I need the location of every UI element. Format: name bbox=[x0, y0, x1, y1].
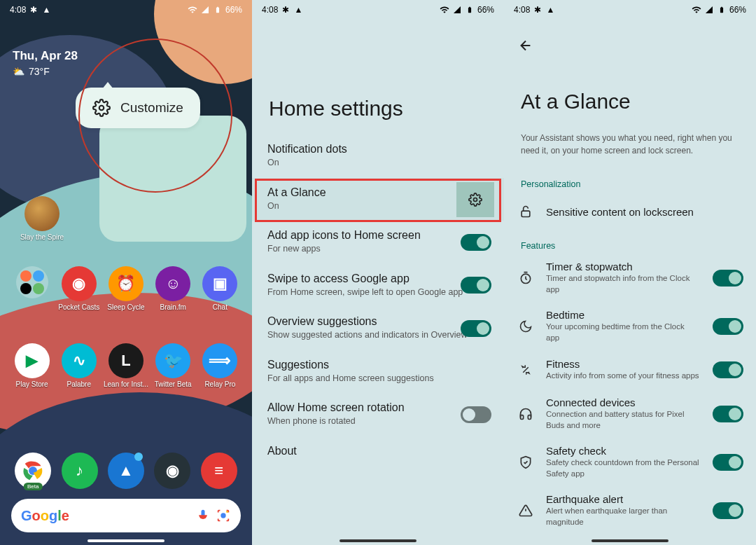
dock: Beta♪▲◉≡ bbox=[0, 453, 252, 489]
app-label: Chat bbox=[213, 303, 227, 311]
toggle[interactable] bbox=[713, 502, 743, 519]
signal-icon bbox=[200, 5, 210, 15]
dock-app-camera[interactable]: ◉ bbox=[154, 453, 190, 489]
back-button[interactable] bbox=[514, 34, 538, 57]
glance-date: Thu, Apr 28 bbox=[13, 49, 78, 63]
google-logo: Google bbox=[21, 508, 69, 524]
customize-popup-zone: Customize bbox=[78, 39, 232, 193]
app-icon: ⟹ bbox=[202, 343, 237, 378]
setting-overview-suggestions[interactable]: Overview suggestionsShow suggested actio… bbox=[252, 307, 504, 350]
toggle[interactable] bbox=[461, 406, 491, 423]
glance-weather: ⛅ 73°F bbox=[13, 66, 78, 77]
notification-icon: ▲ bbox=[41, 5, 51, 15]
app-chat[interactable]: ▣Chat bbox=[199, 266, 241, 311]
lens-icon[interactable] bbox=[216, 508, 231, 523]
signal-icon bbox=[452, 5, 462, 15]
feature-timer-stopwatch[interactable]: Timer & stopwatchTimer and stopwatch inf… bbox=[504, 254, 756, 302]
svg-point-4 bbox=[226, 511, 228, 513]
widget-card bbox=[99, 116, 246, 242]
feature-sub: Safety check countdown from the Personal… bbox=[546, 457, 739, 479]
feature-title: Safety check bbox=[546, 445, 739, 457]
app-icon: L bbox=[108, 343, 144, 378]
setting-suggestions[interactable]: SuggestionsFor all apps and Home screen … bbox=[252, 350, 504, 394]
feature-earthquake-alert[interactable]: Earthquake alertAlert when earthquake la… bbox=[504, 486, 756, 534]
signal-icon bbox=[704, 5, 714, 15]
status-time: 4:08 bbox=[10, 5, 26, 15]
page-title: Home settings bbox=[252, 20, 504, 134]
toggle[interactable] bbox=[461, 277, 491, 294]
feature-bedtime[interactable]: BedtimeYour upcoming bedtime from the Cl… bbox=[504, 302, 756, 350]
feature-title: Bedtime bbox=[546, 309, 739, 321]
nav-bar[interactable] bbox=[592, 539, 668, 542]
dock-app-todoist[interactable]: ≡ bbox=[201, 453, 237, 489]
setting-allow-home-screen-rotation[interactable]: Allow Home screen rotationWhen phone is … bbox=[252, 393, 504, 436]
app-palabre[interactable]: ∿Palabre bbox=[58, 343, 100, 388]
setting-sub: When phone is rotated bbox=[267, 415, 489, 428]
mic-icon[interactable] bbox=[196, 509, 210, 523]
app-brain-fm[interactable]: ☺Brain.fm bbox=[152, 266, 194, 311]
annotation-rectangle bbox=[255, 179, 501, 222]
status-bar: 4:08 ✱ ▲ 66% bbox=[504, 0, 756, 20]
shield-icon bbox=[518, 455, 533, 470]
sensitive-content-item[interactable]: Sensitive content on lockscreen bbox=[504, 192, 756, 231]
app-label: Play Store bbox=[16, 380, 48, 388]
page-title: At a Glance bbox=[504, 20, 756, 127]
nav-bar[interactable] bbox=[340, 539, 416, 542]
toggle[interactable] bbox=[713, 361, 743, 378]
battery-icon bbox=[465, 5, 475, 15]
toggle[interactable] bbox=[461, 320, 491, 337]
gear-icon bbox=[92, 99, 111, 117]
app-relay-pro[interactable]: ⟹Relay Pro bbox=[199, 343, 241, 388]
toggle[interactable] bbox=[713, 454, 743, 471]
app-sleep-cycle[interactable]: ⏰Sleep Cycle bbox=[105, 266, 147, 311]
dock-app-chrome[interactable]: Beta bbox=[15, 453, 51, 489]
setting-add-app-icons-to-home-screen[interactable]: Add app icons to Home screenFor new apps bbox=[252, 221, 504, 264]
app-pocket-casts[interactable]: ◉Pocket Casts bbox=[58, 266, 100, 311]
app-icon: ≡ bbox=[201, 453, 237, 489]
home-screen: 4:08 ✱ ▲ 66% Thu, Apr 28 ⛅ 73°F Customiz… bbox=[0, 0, 252, 545]
nav-bar[interactable] bbox=[88, 539, 164, 542]
weather-icon: ⛅ bbox=[13, 66, 24, 77]
setting-notification-dots[interactable]: Notification dotsOn bbox=[252, 134, 504, 178]
app-icon: ⏰ bbox=[108, 266, 144, 301]
toggle[interactable] bbox=[713, 270, 743, 287]
app-icon: ☺ bbox=[155, 266, 190, 301]
toggle[interactable] bbox=[713, 406, 743, 422]
feature-sub: Timer and stopwatch info from the Clock … bbox=[546, 273, 739, 295]
toggle[interactable] bbox=[713, 318, 743, 335]
dock-app-spotify[interactable]: ♪ bbox=[62, 453, 98, 489]
setting-about[interactable]: About bbox=[252, 436, 504, 466]
toggle[interactable] bbox=[461, 234, 491, 251]
at-a-glance-widget[interactable]: Thu, Apr 28 ⛅ 73°F bbox=[13, 49, 78, 77]
search-bar[interactable]: Google bbox=[11, 499, 241, 532]
app-twitter-beta[interactable]: 🐦Twitter Beta bbox=[152, 343, 194, 388]
setting-title: Suggestions bbox=[267, 359, 489, 371]
app-folder[interactable] bbox=[11, 266, 53, 311]
app-slay-the-spire[interactable]: Slay the Spire bbox=[21, 196, 63, 241]
app-label: Brain.fm bbox=[160, 303, 186, 311]
setting-swipe-to-access-google-app[interactable]: Swipe to access Google appFrom Home scre… bbox=[252, 264, 504, 308]
dock-app-navigation[interactable]: ▲ bbox=[108, 453, 144, 489]
battery-icon bbox=[717, 5, 727, 15]
app-icon: ∿ bbox=[62, 343, 97, 378]
app-play-store[interactable]: ▶Play Store bbox=[11, 343, 53, 388]
app-icon bbox=[24, 196, 59, 231]
feature-sub: Connection and battery status for Pixel … bbox=[546, 409, 739, 431]
feature-connected-devices[interactable]: Connected devicesConnection and battery … bbox=[504, 389, 756, 438]
svg-point-3 bbox=[220, 513, 225, 518]
app-lean-for-inst-[interactable]: LLean for Inst... bbox=[105, 343, 147, 388]
notification-icon: ▲ bbox=[293, 5, 303, 15]
customize-button[interactable]: Customize bbox=[76, 88, 200, 128]
app-label: Sleep Cycle bbox=[107, 303, 144, 311]
app-label: Palabre bbox=[67, 380, 91, 388]
feature-fitness[interactable]: FitnessActivity info from some of your f… bbox=[504, 350, 756, 389]
app-label: Twitter Beta bbox=[155, 380, 192, 388]
feature-safety-check[interactable]: Safety checkSafety check countdown from … bbox=[504, 438, 756, 486]
feature-title: Timer & stopwatch bbox=[546, 261, 739, 272]
svg-rect-6 bbox=[522, 211, 530, 216]
timer-icon bbox=[518, 270, 533, 286]
app-icon: ▲ bbox=[108, 453, 144, 489]
headphones-icon bbox=[518, 406, 533, 422]
app-label: Pocket Casts bbox=[58, 303, 99, 311]
setting-title: Overview suggestions bbox=[267, 315, 489, 328]
